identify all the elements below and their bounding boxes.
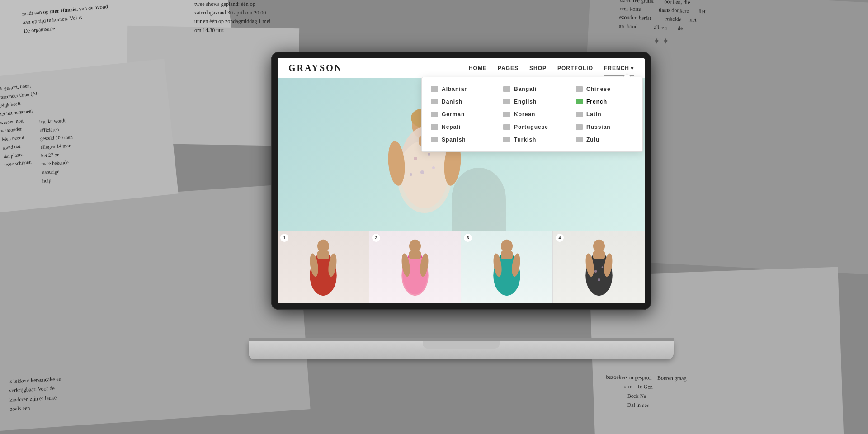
lang-flag-latin bbox=[576, 112, 583, 117]
newspaper-text-top-center: twee shows gepland: één op zaterdagavond… bbox=[194, 0, 339, 35]
lang-item-french[interactable]: French bbox=[576, 97, 645, 106]
lang-label-chinese: Chinese bbox=[586, 86, 611, 92]
lang-flag-chinese bbox=[576, 86, 583, 92]
laptop-base bbox=[249, 341, 674, 359]
svg-point-8 bbox=[420, 170, 424, 174]
lang-label-spanish: Spanish bbox=[442, 137, 466, 143]
svg-point-33 bbox=[594, 270, 597, 273]
language-dropdown: Albanian Bangali Chinese bbox=[421, 77, 643, 152]
lang-item-portuguese[interactable]: Portuguese bbox=[503, 123, 576, 132]
lang-flag-zulu bbox=[576, 137, 583, 142]
lang-flag-english bbox=[503, 99, 510, 104]
svg-point-24 bbox=[501, 240, 513, 253]
product-number-4: 4 bbox=[556, 234, 564, 242]
nav-logo: GRAYSON bbox=[288, 63, 342, 73]
nav-link-home[interactable]: HOME bbox=[469, 65, 487, 71]
lang-item-bangali[interactable]: Bangali bbox=[503, 85, 576, 94]
product-card-3[interactable]: 3 bbox=[461, 231, 553, 303]
svg-point-6 bbox=[414, 157, 417, 160]
svg-point-9 bbox=[432, 166, 435, 169]
laptop-screen-frame: GRAYSON HOME PAGES SHOP PORTFOLIO FRENCH… bbox=[271, 52, 651, 310]
lang-flag-russian bbox=[576, 124, 583, 130]
product-figure-1 bbox=[305, 238, 341, 297]
product-card-2[interactable]: 2 bbox=[369, 231, 461, 303]
nav-link-portfolio[interactable]: PORTFOLIO bbox=[557, 65, 593, 71]
laptop-hinge bbox=[249, 338, 674, 341]
website-nav: GRAYSON HOME PAGES SHOP PORTFOLIO FRENCH… bbox=[278, 58, 645, 78]
lang-label-english: English bbox=[514, 99, 537, 105]
lang-label-turkish: Turkish bbox=[514, 137, 536, 143]
lang-flag-danish bbox=[431, 99, 438, 104]
lang-item-zulu[interactable]: Zulu bbox=[576, 135, 645, 144]
svg-rect-27 bbox=[501, 251, 513, 259]
lang-flag-albanian bbox=[431, 86, 438, 92]
lang-label-korean: Korean bbox=[514, 111, 535, 118]
laptop-notch bbox=[423, 341, 500, 349]
product-number-3: 3 bbox=[464, 234, 472, 242]
lang-label-bangali: Bangali bbox=[514, 86, 537, 92]
lang-label-portuguese: Portuguese bbox=[514, 124, 548, 130]
svg-point-10 bbox=[410, 173, 412, 176]
lang-label-nepali: Nepali bbox=[442, 124, 461, 130]
lang-flag-nepali bbox=[431, 124, 438, 130]
product-card-4[interactable]: 4 bbox=[553, 231, 645, 303]
lang-flag-german bbox=[431, 112, 438, 117]
dropdown-arrow-icon: ▾ bbox=[631, 65, 634, 71]
svg-rect-15 bbox=[317, 251, 329, 259]
svg-point-12 bbox=[317, 240, 329, 253]
product-number-2: 2 bbox=[372, 234, 380, 242]
svg-point-30 bbox=[593, 240, 605, 253]
svg-point-35 bbox=[598, 278, 600, 281]
newspaper-text-bottom-right: bezoekers in gesprol. Boeren graag torm … bbox=[605, 373, 823, 413]
product-figure-3 bbox=[489, 238, 525, 297]
nav-link-pages[interactable]: PAGES bbox=[498, 65, 519, 71]
lang-item-turkish[interactable]: Turkish bbox=[503, 135, 576, 144]
svg-rect-21 bbox=[409, 251, 421, 259]
newspaper-text-mid-left-2: leg dat wordt officiëren gesteld 100 man… bbox=[39, 108, 214, 185]
lang-label-danish: Danish bbox=[442, 99, 462, 105]
lang-item-nepali[interactable]: Nepali bbox=[431, 123, 503, 132]
laptop-wrapper: GRAYSON HOME PAGES SHOP PORTFOLIO FRENCH… bbox=[271, 52, 665, 359]
lang-item-english[interactable]: English bbox=[503, 97, 576, 106]
lang-flag-portuguese bbox=[503, 124, 510, 130]
product-number-1: 1 bbox=[280, 234, 288, 242]
lang-flag-spanish bbox=[431, 137, 438, 142]
products-row: 1 2 bbox=[278, 231, 645, 303]
lang-flag-turkish bbox=[503, 137, 510, 142]
lang-flag-korean bbox=[503, 112, 510, 117]
lang-flag-bangali bbox=[503, 86, 510, 92]
product-card-1[interactable]: 1 bbox=[278, 231, 369, 303]
svg-point-7 bbox=[428, 153, 430, 156]
svg-rect-36 bbox=[593, 251, 605, 259]
nav-link-shop[interactable]: SHOP bbox=[529, 65, 547, 71]
lang-item-danish[interactable]: Danish bbox=[431, 97, 503, 106]
nav-lang-selector[interactable]: FRENCH ▾ Albanian bbox=[604, 65, 634, 71]
lang-label-albanian: Albanian bbox=[442, 86, 468, 92]
lang-item-russian[interactable]: Russian bbox=[576, 123, 645, 132]
website: GRAYSON HOME PAGES SHOP PORTFOLIO FRENCH… bbox=[278, 58, 645, 303]
lang-flag-french bbox=[576, 99, 583, 104]
svg-point-18 bbox=[409, 240, 421, 253]
lang-item-albanian[interactable]: Albanian bbox=[431, 85, 503, 94]
nav-lang-label: FRENCH bbox=[604, 65, 629, 71]
svg-point-34 bbox=[601, 266, 603, 268]
lang-item-chinese[interactable]: Chinese bbox=[576, 85, 645, 94]
hero-chair bbox=[452, 168, 506, 231]
laptop-screen: GRAYSON HOME PAGES SHOP PORTFOLIO FRENCH… bbox=[278, 58, 645, 303]
lang-label-zulu: Zulu bbox=[586, 137, 599, 143]
product-figure-2 bbox=[397, 238, 433, 297]
lang-label-french: French bbox=[586, 99, 607, 105]
lang-label-russian: Russian bbox=[586, 124, 611, 130]
lang-item-spanish[interactable]: Spanish bbox=[431, 135, 503, 144]
lang-item-german[interactable]: German bbox=[431, 110, 503, 119]
lang-label-german: German bbox=[442, 111, 465, 118]
lang-item-korean[interactable]: Korean bbox=[503, 110, 576, 119]
lang-item-latin[interactable]: Latin bbox=[576, 110, 645, 119]
product-figure-4 bbox=[581, 238, 617, 297]
nav-links: HOME PAGES SHOP PORTFOLIO FRENCH ▾ bbox=[469, 65, 634, 71]
lang-label-latin: Latin bbox=[586, 111, 602, 118]
